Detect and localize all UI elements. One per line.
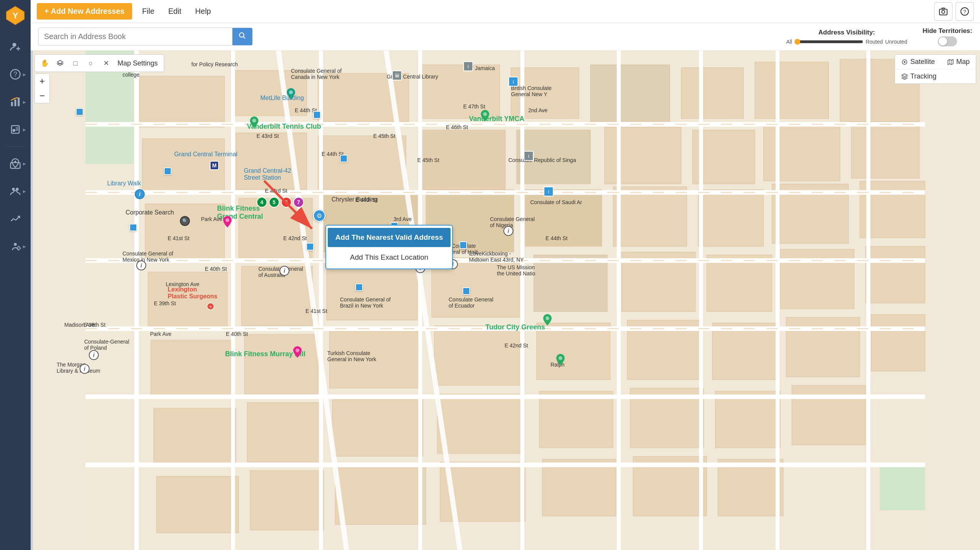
- svg-rect-12: [16, 128, 18, 129]
- svg-rect-34: [233, 70, 307, 116]
- map-label-e42b: E 42nd St: [505, 342, 528, 349]
- map-settings-label[interactable]: Map Settings: [114, 59, 161, 67]
- context-menu: Add The Nearest Valid Address Add This E…: [325, 225, 453, 269]
- tool-hand[interactable]: ✋: [38, 56, 52, 70]
- svg-rect-47: [604, 127, 681, 184]
- svg-point-15: [15, 161, 16, 163]
- svg-rect-85: [792, 385, 866, 445]
- map-pin-blink-murray: [293, 346, 302, 359]
- map-label-morgan-library: The MorganLibrary & Museum: [57, 362, 100, 374]
- satellite-view-button[interactable]: Satellite: [895, 55, 941, 69]
- zoom-controls: + −: [34, 74, 50, 103]
- tool-layers[interactable]: [53, 56, 67, 70]
- sidebar-item-team[interactable]: [3, 179, 28, 203]
- svg-rect-58: [772, 184, 848, 244]
- map-label-consulate-poland: Consulate-Generalof Poland: [84, 339, 129, 351]
- context-add-exact[interactable]: Add This Exact Location: [326, 248, 452, 267]
- map-label-madison-ave: Madison Ave: [64, 322, 95, 328]
- svg-rect-61: [242, 266, 312, 326]
- svg-rect-79: [247, 403, 321, 462]
- hide-territories-toggle[interactable]: [938, 36, 957, 46]
- svg-rect-37: [511, 67, 579, 118]
- address-visibility-control: Address Visibility: All Routed Unrouted: [786, 29, 907, 45]
- map-label-e39: E 39th St: [154, 300, 176, 306]
- zoom-out-button[interactable]: −: [35, 88, 49, 103]
- menu-edit[interactable]: Edit: [164, 5, 185, 18]
- searchbar-right: Address Visibility: All Routed Unrouted …: [786, 27, 972, 46]
- svg-text:Y: Y: [12, 11, 18, 20]
- search-button[interactable]: [232, 28, 252, 45]
- map-pin-tudor-city: [543, 314, 552, 327]
- map-area[interactable]: ✋ □ ○ ✕ Map Settings + − for Policy Rese…: [31, 51, 980, 550]
- svg-rect-82: [539, 391, 613, 448]
- svg-rect-92: [718, 459, 783, 516]
- zoom-in-button[interactable]: +: [35, 74, 49, 88]
- svg-rect-66: [707, 255, 772, 311]
- app-logo[interactable]: Y: [4, 4, 27, 27]
- svg-rect-88: [335, 468, 426, 524]
- svg-rect-76: [786, 317, 860, 377]
- svg-rect-30: [85, 51, 925, 550]
- menu-help[interactable]: Help: [191, 5, 215, 18]
- sidebar-item-help[interactable]: ?: [3, 62, 28, 87]
- camera-icon: [939, 7, 948, 16]
- tracking-icon: [901, 73, 908, 80]
- svg-rect-13: [16, 129, 18, 131]
- camera-button[interactable]: [934, 2, 952, 21]
- svg-point-25: [942, 10, 945, 13]
- tracking-button[interactable]: Tracking: [895, 69, 976, 83]
- svg-point-116: [289, 90, 293, 94]
- svg-rect-56: [613, 187, 687, 247]
- svg-rect-62: [327, 264, 417, 320]
- svg-rect-9: [18, 98, 20, 106]
- svg-rect-70: [244, 334, 318, 394]
- add-addresses-button[interactable]: + Add New Addresses: [37, 3, 132, 20]
- hide-territories-label: Hide Territories:: [923, 27, 972, 35]
- map-view-button[interactable]: Map: [941, 55, 976, 69]
- map-label-consulate-saudi: Consulate of Saudi Ar: [530, 199, 582, 205]
- svg-point-11: [13, 129, 16, 132]
- help-button[interactable]: ?: [956, 2, 974, 21]
- map-label-grand-central-terminal: Grand Central Terminal: [174, 151, 237, 158]
- context-add-nearest[interactable]: Add The Nearest Valid Address: [328, 228, 451, 247]
- view-toggle: Satellite Map Tracking: [895, 54, 976, 84]
- map-icon: [947, 59, 954, 65]
- tool-close[interactable]: ✕: [99, 56, 113, 70]
- svg-rect-73: [537, 323, 611, 380]
- svg-rect-69: [151, 340, 233, 397]
- map-bookmark-1: [76, 108, 83, 116]
- tool-circle[interactable]: ○: [84, 56, 98, 70]
- map-side-handle: [31, 51, 33, 550]
- sidebar-item-reports[interactable]: [3, 206, 28, 231]
- svg-point-122: [546, 316, 549, 320]
- svg-rect-75: [712, 323, 777, 380]
- vis-label-unrouted: Unrouted: [885, 39, 907, 45]
- satellite-icon: [901, 59, 908, 65]
- map-label-e46: E 46th St: [446, 124, 468, 130]
- svg-rect-38: [590, 65, 670, 121]
- searchbar: Address Visibility: All Routed Unrouted …: [31, 23, 980, 51]
- map-label-tudor-city: Tudor City Greens: [485, 323, 545, 331]
- sidebar-item-add-user[interactable]: [3, 34, 28, 59]
- svg-rect-39: [681, 67, 743, 118]
- sidebar-item-admin[interactable]: [3, 234, 28, 259]
- view-toggle-row: Satellite Map: [895, 55, 976, 69]
- visibility-slider[interactable]: [794, 39, 863, 45]
- svg-line-109: [386, 51, 460, 550]
- sidebar-item-locations[interactable]: [3, 151, 28, 176]
- svg-rect-59: [860, 181, 925, 238]
- svg-rect-77: [871, 314, 925, 371]
- tool-square[interactable]: □: [69, 56, 82, 70]
- sidebar-item-analytics[interactable]: [3, 90, 28, 114]
- map-label-vanderbilt-ymca: Vanderbilt YMCA: [469, 115, 524, 123]
- sidebar-item-orders[interactable]: [3, 117, 28, 142]
- menu-file[interactable]: File: [138, 5, 158, 18]
- map-label-lex-plastic: LexingtonPlastic Surgeons: [168, 286, 217, 300]
- map-label-e45: E 45th St: [373, 133, 395, 139]
- svg-rect-68: [866, 246, 925, 303]
- svg-line-126: [264, 181, 312, 229]
- svg-rect-60: [148, 272, 227, 329]
- map-label-british-consulate: British ConsulateGeneral New Y: [511, 85, 552, 97]
- map-label-e44d: E 44th St: [546, 235, 568, 241]
- search-input[interactable]: [39, 28, 232, 45]
